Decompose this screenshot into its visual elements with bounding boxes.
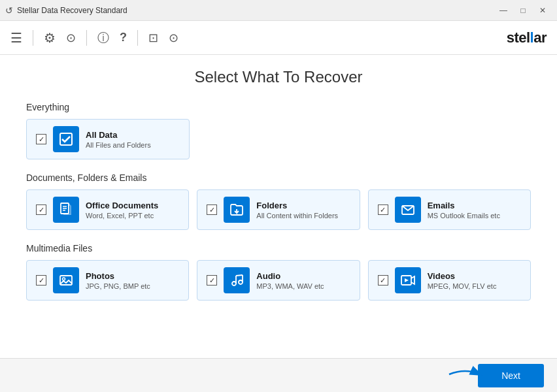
separator-2: [86, 30, 87, 46]
toolbar-left: ☰ ⚙ ⊙ ⓘ ? ⊡ ⊙: [10, 30, 178, 46]
office-docs-title: Office Documents: [86, 201, 158, 210]
photos-icon-box: [53, 267, 79, 293]
audio-title: Audio: [256, 271, 324, 281]
user-icon[interactable]: ⊙: [169, 31, 178, 45]
videos-checkbox[interactable]: [378, 275, 388, 286]
title-bar-left: ↺ Stellar Data Recovery Standard: [5, 5, 127, 16]
info-icon[interactable]: ⓘ: [97, 30, 109, 46]
title-bar-controls: — □ ✕: [494, 4, 552, 17]
office-docs-card[interactable]: Office Documents Word, Excel, PPT etc: [26, 189, 189, 230]
documents-section: Documents, Folders & Emails Office Docum…: [26, 172, 531, 230]
close-button[interactable]: ✕: [533, 4, 552, 17]
next-button[interactable]: Next: [478, 364, 544, 387]
separator-3: [137, 30, 138, 46]
all-data-title: All Data: [86, 130, 151, 140]
documents-cards-row: Office Documents Word, Excel, PPT etc Fo…: [26, 189, 531, 230]
videos-subtitle: MPEG, MOV, FLV etc: [428, 282, 497, 290]
menu-icon[interactable]: ☰: [10, 30, 22, 46]
documents-label: Documents, Folders & Emails: [26, 172, 531, 183]
multimedia-cards-row: Photos JPG, PNG, BMP etc A: [26, 260, 531, 301]
audio-card[interactable]: Audio MP3, WMA, WAV etc: [197, 260, 360, 301]
cart-icon[interactable]: ⊡: [148, 31, 158, 45]
separator-1: [33, 30, 33, 46]
emails-text: Emails MS Outlook Emails etc: [428, 201, 500, 220]
videos-title: Videos: [428, 271, 497, 281]
history-icon[interactable]: ⊙: [66, 31, 76, 45]
svg-marker-16: [405, 278, 409, 282]
settings-icon[interactable]: ⚙: [44, 30, 56, 46]
photos-card[interactable]: Photos JPG, PNG, BMP etc: [26, 260, 189, 301]
help-icon[interactable]: ?: [120, 31, 127, 44]
emails-icon-box: [395, 197, 421, 223]
emails-checkbox[interactable]: [378, 204, 388, 215]
svg-rect-0: [60, 133, 72, 145]
photos-checkbox[interactable]: [36, 275, 46, 286]
folders-card[interactable]: Folders All Content within Folders: [197, 189, 360, 230]
all-data-card[interactable]: All Data All Files and Folders: [26, 119, 190, 159]
videos-card[interactable]: Videos MPEG, MOV, FLV etc: [368, 260, 531, 301]
office-docs-text: Office Documents Word, Excel, PPT etc: [86, 201, 158, 220]
toolbar: ☰ ⚙ ⊙ ⓘ ? ⊡ ⊙ stellar: [0, 21, 557, 55]
everything-section: Everything All Data All Files and Folder…: [26, 102, 531, 159]
photos-text: Photos JPG, PNG, BMP etc: [86, 271, 150, 290]
email-icon: [400, 202, 416, 218]
folder-icon: [229, 202, 245, 218]
document-icon: [58, 202, 74, 218]
folders-title: Folders: [256, 201, 338, 210]
arrow-hint: [446, 365, 485, 387]
office-docs-checkbox[interactable]: [36, 204, 46, 215]
maximize-button[interactable]: □: [514, 4, 532, 17]
folders-subtitle: All Content within Folders: [256, 212, 338, 220]
window-title: Stellar Data Recovery Standard: [17, 6, 127, 15]
multimedia-label: Multimedia Files: [26, 243, 531, 253]
all-data-checkbox[interactable]: [36, 134, 46, 144]
main-content: Select What To Recover Everything All Da…: [0, 55, 557, 358]
svg-point-9: [63, 278, 65, 280]
folders-text: Folders All Content within Folders: [256, 201, 338, 220]
emails-card[interactable]: Emails MS Outlook Emails etc: [368, 189, 531, 230]
photos-subtitle: JPG, PNG, BMP etc: [86, 282, 150, 290]
emails-subtitle: MS Outlook Emails etc: [428, 212, 500, 220]
title-bar: ↺ Stellar Data Recovery Standard — □ ✕: [0, 0, 557, 21]
folders-icon-box: [224, 197, 250, 223]
office-docs-icon-box: [53, 197, 79, 223]
svg-line-14: [236, 275, 243, 276]
video-icon: [400, 272, 416, 288]
videos-text: Videos MPEG, MOV, FLV etc: [428, 271, 497, 290]
audio-checkbox[interactable]: [207, 275, 217, 286]
audio-subtitle: MP3, WMA, WAV etc: [256, 282, 324, 290]
all-data-text: All Data All Files and Folders: [86, 130, 151, 149]
office-docs-subtitle: Word, Excel, PPT etc: [86, 212, 158, 220]
emails-title: Emails: [428, 201, 500, 210]
all-data-icon-box: [53, 126, 79, 152]
footer: Next: [0, 358, 557, 392]
all-data-subtitle: All Files and Folders: [86, 141, 151, 149]
audio-icon-box: [224, 267, 250, 293]
minimize-button[interactable]: —: [494, 4, 513, 17]
multimedia-section: Multimedia Files Photos JPG, PNG, BMP et…: [26, 243, 531, 301]
undo-icon: ↺: [5, 5, 13, 16]
folders-checkbox[interactable]: [207, 204, 217, 215]
audio-icon: [229, 272, 245, 288]
stellar-logo: stellar: [507, 29, 547, 46]
photos-title: Photos: [86, 271, 150, 281]
audio-text: Audio MP3, WMA, WAV etc: [256, 271, 324, 290]
videos-icon-box: [395, 267, 421, 293]
page-title: Select What To Recover: [26, 68, 531, 86]
photo-icon: [58, 272, 74, 288]
everything-label: Everything: [26, 102, 531, 112]
check-square-icon: [58, 131, 74, 147]
everything-cards-row: All Data All Files and Folders: [26, 119, 531, 159]
